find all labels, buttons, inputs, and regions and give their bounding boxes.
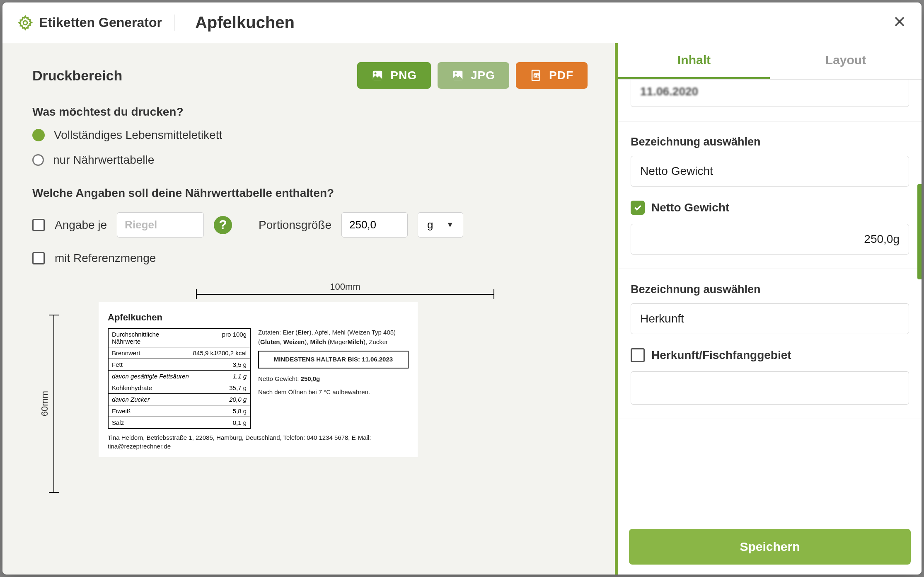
settings-scroll[interactable]: 11.06.2020 Bezeichnung auswählen Netto G… (618, 80, 922, 521)
portion-size-input[interactable]: 250,0 (341, 212, 408, 238)
herkunft-input[interactable] (631, 371, 909, 405)
export-png-button[interactable]: PNG (357, 62, 431, 89)
pdf-icon: PDF (530, 69, 542, 82)
horizontal-ruler-line (196, 294, 494, 295)
export-pdf-label: PDF (549, 69, 573, 82)
contact-footer: Tina Heidorn, Betriebsstraße 1, 22085, H… (108, 433, 409, 451)
svg-point-0 (23, 21, 27, 25)
radio-full-label[interactable]: Vollständiges Lebensmitteletikett (32, 128, 588, 142)
table-row: Kohlenhydrate 35,7 g (109, 382, 250, 394)
net-weight-line: Netto Gewicht: 250,0g (258, 374, 409, 384)
vertical-ruler-line (53, 315, 54, 493)
export-jpg-button[interactable]: JPG (438, 62, 509, 89)
vertical-ruler-label: 60mm (39, 391, 50, 416)
per-portion-label: Angabe je (55, 218, 107, 232)
side-scroll-indicator[interactable] (917, 184, 922, 279)
per-portion-input[interactable]: Riegel (117, 212, 204, 238)
reference-label: mit Referenzmenge (55, 252, 156, 265)
export-png-label: PNG (390, 69, 417, 82)
check-icon (633, 203, 642, 212)
nutrition-options-question: Welche Angaben soll deine Nährwerttabell… (32, 187, 588, 200)
close-button[interactable] (893, 14, 907, 32)
table-row: Salz 0,1 g (109, 417, 250, 428)
tab-bar: Inhalt Layout (618, 43, 922, 80)
svg-point-2 (375, 73, 377, 75)
table-header-label: Durchschnittliche Nährwerte (112, 331, 186, 345)
preview-column: 100mm Apfelkuchen Durchschnittliche Nähr… (74, 281, 588, 493)
radio-selected-icon (32, 129, 45, 141)
checkbox-checked-icon (631, 201, 645, 215)
date-input-cutoff[interactable]: 11.06.2020 (631, 80, 909, 107)
svg-text:PDF: PDF (535, 74, 542, 78)
vertical-ruler: 60mm (32, 315, 61, 493)
checkbox-unchecked-icon (631, 348, 645, 362)
unit-value: g (427, 218, 433, 231)
horizontal-ruler: 100mm (103, 281, 588, 295)
modal-body: Druckbereich PNG JPG PDF PDF (2, 43, 922, 575)
nutrition-table: Durchschnittliche Nährwerte pro 100g Bre… (108, 328, 251, 429)
herkunft-check-label: Herkunft/Fischfanggebiet (651, 349, 791, 362)
per-portion-checkbox[interactable] (32, 219, 45, 231)
print-question: Was möchtest du drucken? (32, 105, 588, 119)
image-icon (452, 69, 464, 82)
storage-line: Nach dem Öffnen bei 7 °C aufbewahren. (258, 388, 409, 397)
export-pdf-button[interactable]: PDF PDF (516, 62, 588, 89)
herkunft-select-input[interactable]: Herkunft (631, 303, 909, 334)
print-area-pane: Druckbereich PNG JPG PDF PDF (2, 43, 615, 575)
export-jpg-label: JPG (471, 69, 495, 82)
netto-gewicht-input[interactable]: 250,0g (631, 224, 909, 255)
save-bar: Speichern (618, 521, 922, 575)
brand-gear-icon (17, 15, 33, 31)
portion-size-label: Portionsgröße (259, 218, 331, 232)
table-row: Brennwert 845,9 kJ/200,2 kcal (109, 347, 250, 359)
export-buttons: PNG JPG PDF PDF (357, 62, 588, 89)
reference-row: mit Referenzmenge (32, 252, 588, 265)
chevron-down-icon: ▼ (446, 221, 454, 229)
pane-top-row: Druckbereich PNG JPG PDF PDF (32, 62, 588, 89)
horizontal-ruler-label: 100mm (330, 281, 360, 292)
save-button[interactable]: Speichern (629, 529, 911, 565)
netto-gewicht-checkbox-row[interactable]: Netto Gewicht (631, 201, 909, 215)
table-row: Durchschnittliche Nährwerte pro 100g (109, 329, 250, 347)
preview-title: Apfelkuchen (108, 312, 409, 323)
divider (618, 419, 922, 419)
table-row: davon gesättigte Fettsäuren 1,1 g (109, 371, 250, 382)
brand-title: Etiketten Generator (39, 15, 175, 30)
label-generator-modal: Etiketten Generator Apfelkuchen Druckber… (2, 2, 922, 575)
netto-select-input[interactable]: Netto Gewicht (631, 156, 909, 187)
settings-pane: Inhalt Layout 11.06.2020 Bezeichnung aus… (615, 43, 922, 575)
herkunft-checkbox-row[interactable]: Herkunft/Fischfanggebiet (631, 348, 909, 362)
radio-unselected-icon (32, 154, 44, 166)
divider (618, 269, 922, 269)
label-info-column: Zutaten: Eier (Eier), Apfel, Mehl (Weize… (258, 328, 409, 429)
image-icon (371, 69, 384, 82)
divider (618, 121, 922, 121)
ingredients-text: Zutaten: Eier (Eier), Apfel, Mehl (Weize… (258, 328, 409, 347)
svg-point-4 (455, 73, 457, 75)
reference-checkbox[interactable] (32, 252, 45, 264)
recipe-title: Apfelkuchen (195, 13, 295, 32)
label-preview: Apfelkuchen Durchschnittliche Nährwerte … (99, 302, 418, 457)
radio-full-label-text: Vollständiges Lebensmitteletikett (54, 128, 222, 142)
modal-header: Etiketten Generator Apfelkuchen (2, 2, 922, 43)
netto-gewicht-check-label: Netto Gewicht (651, 201, 729, 214)
radio-nutri-only-text: nur Nährwerttabelle (53, 153, 154, 167)
best-before-box: MINDESTENS HALTBAR BIS: 11.06.2023 (258, 351, 409, 369)
radio-nutrition-only[interactable]: nur Nährwerttabelle (32, 153, 588, 167)
table-header-value: pro 100g (222, 331, 247, 345)
label-preview-area: 60mm 100mm Apfelkuchen Du (32, 281, 588, 493)
field-label-netto-select: Bezeichnung auswählen (631, 136, 909, 148)
table-row: Eiweiß 5,8 g (109, 405, 250, 417)
field-label-herkunft-select: Bezeichnung auswählen (631, 283, 909, 296)
unit-select[interactable]: g ▼ (418, 212, 463, 238)
close-icon (893, 15, 907, 29)
tab-content[interactable]: Inhalt (618, 43, 770, 79)
table-row: Fett 3,5 g (109, 359, 250, 371)
section-title-druckbereich: Druckbereich (32, 68, 122, 84)
table-row: davon Zucker 20,0 g (109, 394, 250, 405)
tab-layout[interactable]: Layout (770, 43, 922, 79)
help-button[interactable]: ? (214, 216, 232, 234)
per-portion-row: Angabe je Riegel ? Portionsgröße 250,0 g… (32, 212, 588, 238)
help-icon: ? (219, 217, 227, 233)
